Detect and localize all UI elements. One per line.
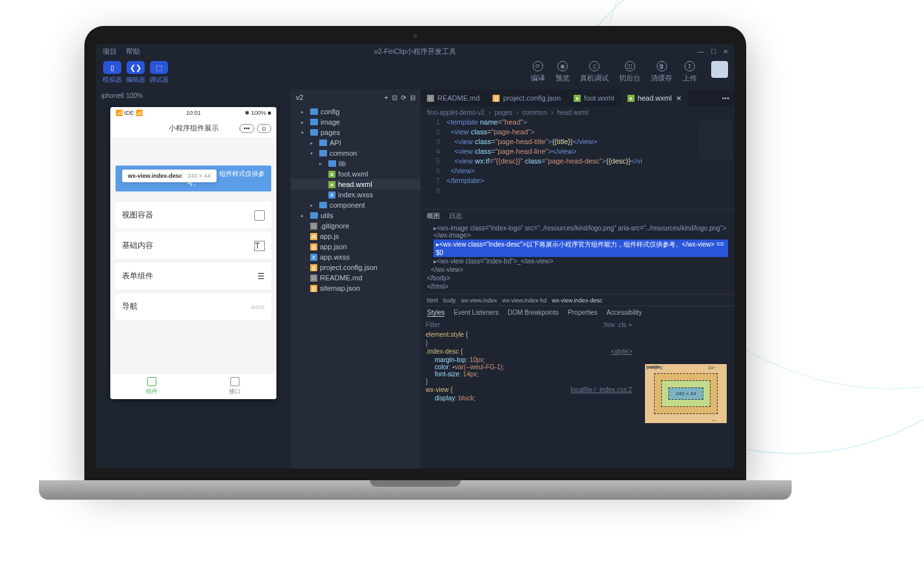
path-segment[interactable]: wx-view.index [461, 297, 498, 304]
tree-file[interactable]: {}app.json [291, 241, 420, 252]
json-file-icon: {} [310, 285, 317, 292]
devtools-tab-panel[interactable]: 概图 [427, 212, 440, 221]
tab-dom-breakpoints[interactable]: DOM Breakpoints [507, 309, 559, 316]
tree-file[interactable]: JSapp.js [291, 231, 420, 241]
folder-icon [319, 140, 327, 146]
elements-tree[interactable]: ▸<wx-image class="index-logo" src="../re… [420, 223, 735, 294]
simulator-toggle[interactable]: ▯ 模拟器 [103, 61, 122, 84]
tree-folder[interactable]: ▸lib [291, 158, 420, 169]
list-item[interactable]: 导航○○○ [116, 293, 271, 320]
tab-event-listeners[interactable]: Event Listeners [454, 309, 498, 316]
tree-folder[interactable]: ▸image [291, 117, 420, 127]
path-segment[interactable]: wx-view.index-desc [552, 297, 603, 304]
code-editor[interactable]: 12345678 <template name="head"> <view cl… [420, 118, 735, 209]
cls-toggle[interactable]: .cls [616, 321, 626, 328]
grid-icon [147, 377, 156, 386]
tree-folder[interactable]: ▸API [291, 138, 420, 148]
tree-folder[interactable]: ▸component [291, 200, 420, 210]
new-file-icon[interactable]: + [384, 94, 388, 101]
debugger-toggle[interactable]: ⬚ 调试器 [149, 61, 169, 84]
breadcrumb-item[interactable]: head.wxml [557, 109, 589, 116]
path-segment[interactable]: html [427, 297, 438, 304]
folder-icon [319, 202, 327, 208]
breadcrumb-item[interactable]: fino-applet-demo-v2 [427, 109, 485, 116]
toolbar: ▯ 模拟器 ❮❯ 编辑器 ⬚ 调试器 ⟳编译 ◉预览 ▯真机调试 ◫切后台 🗑清… [96, 58, 735, 90]
code-content[interactable]: <template name="head"> <view class="page… [446, 118, 735, 209]
list-item[interactable]: 基础内容T [116, 232, 271, 259]
laptop-frame: 项目 帮助 v2-FinClip小程序开发工具 — ☐ ✕ ▯ 模拟器 ❮❯ 编… [39, 26, 792, 526]
tree-file[interactable]: □README.md [291, 273, 420, 283]
maximize-icon[interactable]: ☐ [711, 48, 716, 55]
window-controls: — ☐ ✕ [698, 48, 728, 55]
tree-file[interactable]: {}project.config.json [291, 262, 420, 273]
menu-project[interactable]: 项目 [103, 47, 117, 56]
tree-file[interactable]: #app.wxss [291, 252, 420, 262]
tab-project-config[interactable]: {}project.config.json [486, 90, 567, 106]
tab-foot[interactable]: вfoot.wxml [567, 90, 620, 106]
minimize-icon[interactable]: — [698, 48, 704, 55]
device-info[interactable]: iphone6 100% [96, 90, 291, 102]
tab-readme[interactable]: □README.md [420, 90, 486, 106]
text-icon: T [254, 241, 265, 251]
box-content-size: 240 × 44 [668, 387, 703, 400]
list-item[interactable]: 视图容器 [116, 202, 271, 228]
breadcrumb-item[interactable]: pages [494, 109, 512, 116]
capsule-close-icon[interactable]: ⊙ [257, 124, 271, 133]
explorer-root[interactable]: v2 [296, 93, 304, 101]
capsule-menu-icon[interactable]: ••• [239, 124, 254, 133]
path-segment[interactable]: body [443, 297, 456, 304]
add-rule-icon[interactable]: + [628, 321, 632, 328]
preview-button[interactable]: ◉预览 [555, 61, 570, 83]
phone-tabbar: 组件 接口 [110, 373, 276, 399]
list-item[interactable]: 表单组件☰ [116, 263, 271, 289]
wxml-file-icon: в [574, 95, 581, 102]
menubar: 项目 帮助 v2-FinClip小程序开发工具 — ☐ ✕ [96, 44, 735, 58]
json-file-icon: {} [310, 264, 317, 271]
compile-button[interactable]: ⟳编译 [531, 61, 545, 83]
tree-folder[interactable]: ▸utils [291, 210, 420, 221]
refresh-icon[interactable]: ⟳ [401, 94, 406, 101]
more-tabs-icon[interactable]: ••• [716, 94, 735, 102]
container-icon [254, 210, 265, 221]
close-tab-icon[interactable]: ✕ [676, 95, 681, 102]
background-button[interactable]: ◫切后台 [619, 61, 640, 83]
tree-file[interactable]: вfoot.wxml [291, 169, 420, 179]
tree-file[interactable]: □.gitignore [291, 221, 420, 231]
file-icon: □ [310, 223, 317, 230]
styles-pane[interactable]: Filter :hov .cls + element.style { } <st… [420, 319, 637, 469]
remote-debug-button[interactable]: ▯真机调试 [580, 61, 609, 83]
close-icon[interactable]: ✕ [723, 48, 728, 55]
tab-head[interactable]: вhead.wxml✕ [621, 90, 688, 106]
path-segment[interactable]: wx-view.index-hd [502, 297, 547, 304]
new-folder-icon[interactable]: ⊡ [392, 94, 397, 101]
user-avatar[interactable] [711, 61, 728, 78]
hov-toggle[interactable]: :hov [603, 321, 615, 328]
tree-folder[interactable]: ▸config [291, 106, 420, 117]
tree-file[interactable]: {}sitemap.json [291, 283, 420, 293]
selected-element[interactable]: ▸<wx-view class="index-desc">以下将展示小程序官方组… [433, 239, 728, 257]
menu-help[interactable]: 帮助 [126, 47, 140, 56]
minimap[interactable] [699, 121, 732, 160]
tree-folder[interactable]: ▾pages [291, 127, 420, 138]
tree-file[interactable]: вhead.wxml [291, 179, 420, 189]
devtools-tab-log[interactable]: 日志 [449, 212, 462, 221]
tab-styles[interactable]: Styles [427, 309, 444, 317]
tabbar-components[interactable]: 组件 [110, 374, 193, 399]
tree-folder[interactable]: ▾common [291, 148, 420, 158]
tabbar-api[interactable]: 接口 [193, 374, 276, 399]
styles-filter[interactable]: Filter [426, 321, 440, 328]
editor-toggle[interactable]: ❮❯ 编辑器 [126, 61, 145, 84]
clear-cache-button[interactable]: 🗑清缓存 [651, 61, 672, 83]
phone-icon: ▯ [110, 64, 114, 72]
tree-file[interactable]: #index.wxss [291, 189, 420, 200]
md-file-icon: □ [427, 95, 434, 102]
breadcrumb-item[interactable]: common [522, 109, 547, 116]
tab-properties[interactable]: Properties [568, 309, 598, 316]
code-icon: ❮❯ [130, 64, 141, 72]
collapse-icon[interactable]: ⊟ [410, 94, 415, 101]
wxss-file-icon: # [310, 254, 317, 261]
json-file-icon: {} [492, 95, 500, 102]
tab-accessibility[interactable]: Accessibility [607, 309, 642, 316]
breadcrumb: fino-applet-demo-v2› pages› common› head… [420, 106, 735, 118]
upload-button[interactable]: ↥上传 [683, 61, 697, 83]
